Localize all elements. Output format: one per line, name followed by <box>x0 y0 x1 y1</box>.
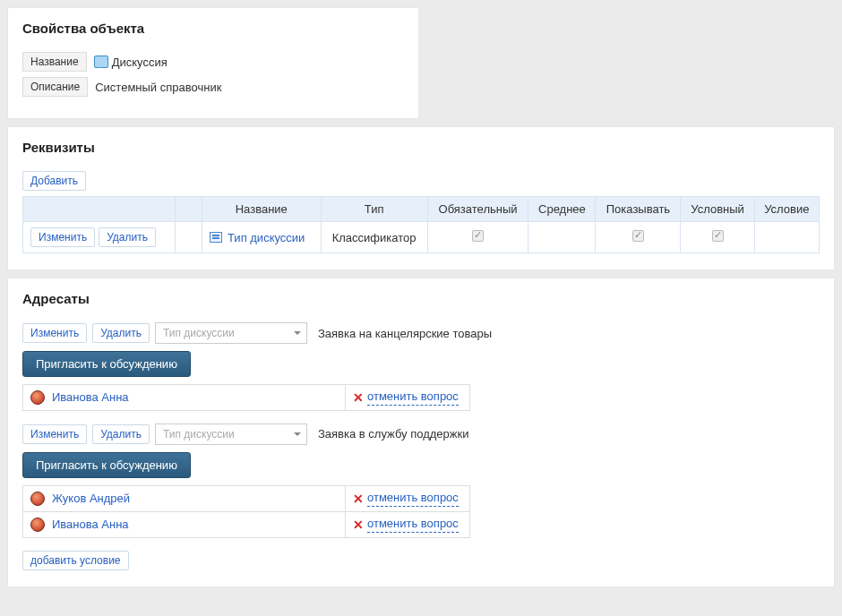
required-checkbox <box>472 230 484 242</box>
discussion-type-select[interactable]: Тип дискуссии <box>155 424 307 445</box>
table-header-row: Название Тип Обязательный Среднее Показы… <box>23 197 820 222</box>
user-row: Иванова Анна✕отменить вопрос <box>23 385 470 411</box>
requisites-table: Название Тип Обязательный Среднее Показы… <box>22 196 820 253</box>
cancel-icon: ✕ <box>353 518 364 532</box>
drag-cell[interactable] <box>176 222 202 253</box>
object-properties-panel: Свойства объекта Название Дискуссия Опис… <box>7 7 419 119</box>
user-link[interactable]: Иванова Анна <box>52 518 129 531</box>
discussion-type-select[interactable]: Тип дискуссии <box>155 322 307 344</box>
show-checkbox <box>632 230 644 242</box>
cancel-question-link[interactable]: отменить вопрос <box>367 491 459 507</box>
avatar-icon <box>30 492 45 506</box>
col-show: Показывать <box>596 197 681 222</box>
delete-button[interactable]: Удалить <box>92 424 150 444</box>
table-row: Изменить Удалить Тип дискуссии Классифик… <box>23 222 820 253</box>
type-cell: Классификатор <box>321 222 427 253</box>
condition-control-row: ИзменитьУдалитьТип дискуссииЗаявка на ка… <box>22 322 820 344</box>
panel-title: Реквизиты <box>22 140 820 155</box>
col-cond: Условный <box>681 197 754 222</box>
requisite-name-link[interactable]: Тип дискуссии <box>228 231 305 244</box>
condition-block: ИзменитьУдалитьТип дискуссииЗаявка в слу… <box>22 424 820 538</box>
request-text: Заявка в службу поддержки <box>318 427 468 441</box>
col-type: Тип <box>321 197 427 222</box>
delete-button[interactable]: Удалить <box>99 227 156 247</box>
cancel-icon: ✕ <box>353 492 364 506</box>
col-drag <box>176 197 202 222</box>
user-table: Жуков Андрей✕отменить вопросИванова Анна… <box>22 485 470 538</box>
prop-value: Системный справочник <box>88 78 228 97</box>
avatar-icon <box>30 518 45 532</box>
user-link[interactable]: Жуков Андрей <box>52 492 130 505</box>
col-required: Обязательный <box>427 197 528 222</box>
col-name: Название <box>202 197 322 222</box>
delete-button[interactable]: Удалить <box>92 323 150 343</box>
edit-button[interactable]: Изменить <box>30 227 95 247</box>
condition-control-row: ИзменитьУдалитьТип дискуссииЗаявка в слу… <box>22 424 820 445</box>
add-condition-button[interactable]: добавить условие <box>22 551 129 570</box>
cancel-icon: ✕ <box>353 390 364 405</box>
avatar-icon <box>30 390 45 405</box>
condition-cell <box>754 222 819 253</box>
request-text: Заявка на канцелярские товары <box>318 327 492 340</box>
avg-cell <box>528 222 596 253</box>
conditional-checkbox <box>712 230 724 242</box>
invite-button[interactable]: Пригласить к обсуждению <box>22 452 191 478</box>
add-button[interactable]: Добавить <box>22 171 86 191</box>
classifier-icon <box>210 232 222 243</box>
prop-row-desc: Описание Системный справочник <box>22 77 404 97</box>
prop-value: Дискуссия <box>87 53 175 72</box>
user-table: Иванова Анна✕отменить вопрос <box>22 384 470 411</box>
edit-button[interactable]: Изменить <box>22 323 87 343</box>
user-link[interactable]: Иванова Анна <box>52 390 129 404</box>
addressees-panel: Адресаты ИзменитьУдалитьТип дискуссииЗая… <box>7 278 835 587</box>
col-condition: Условие <box>754 197 819 222</box>
discussion-icon <box>94 56 108 68</box>
cancel-question-link[interactable]: отменить вопрос <box>367 389 459 406</box>
panel-title: Свойства объекта <box>22 21 404 36</box>
col-actions <box>23 197 176 222</box>
invite-button[interactable]: Пригласить к обсуждению <box>22 351 191 377</box>
cancel-question-link[interactable]: отменить вопрос <box>367 517 459 533</box>
col-avg: Среднее <box>528 197 596 222</box>
requisites-panel: Реквизиты Добавить Название Тип Обязател… <box>7 126 835 270</box>
prop-label: Название <box>22 52 87 72</box>
prop-row-name: Название Дискуссия <box>22 52 404 72</box>
user-row: Иванова Анна✕отменить вопрос <box>23 511 470 537</box>
edit-button[interactable]: Изменить <box>22 424 87 444</box>
panel-title: Адресаты <box>22 291 820 306</box>
user-row: Жуков Андрей✕отменить вопрос <box>23 485 470 511</box>
prop-label: Описание <box>22 77 88 97</box>
condition-block: ИзменитьУдалитьТип дискуссииЗаявка на ка… <box>22 322 820 411</box>
